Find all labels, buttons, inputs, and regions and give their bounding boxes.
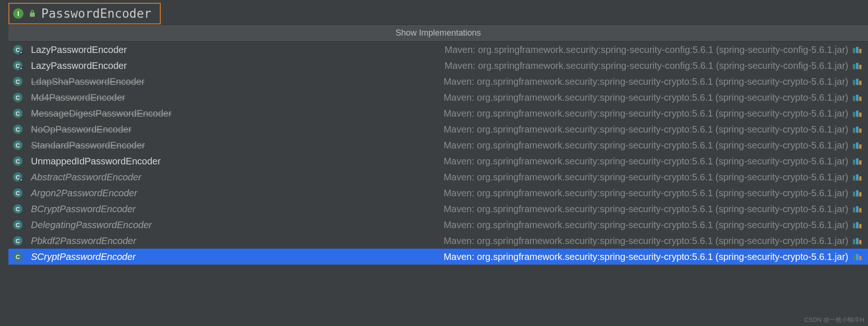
svg-rect-36 (853, 207, 855, 213)
svg-rect-22 (853, 144, 855, 149)
list-item[interactable]: CMessageDigestPasswordEncoderMaven: org.… (8, 105, 868, 121)
implementations-popup: Show Implementations CLazyPasswordEncode… (8, 24, 868, 326)
svg-rect-15 (859, 96, 861, 101)
svg-rect-14 (856, 95, 859, 101)
class-location: Maven: org.springframework.security:spri… (443, 204, 851, 215)
class-icon: C (13, 204, 31, 214)
class-icon: C (13, 188, 31, 198)
class-icon: C (13, 141, 31, 150)
library-icon (851, 93, 863, 102)
library-icon (851, 189, 863, 197)
svg-rect-38 (859, 208, 861, 212)
list-item[interactable]: CArgon2PasswordEncoderMaven: org.springf… (8, 185, 868, 201)
class-location: Maven: org.springframework.security:spri… (443, 156, 851, 167)
class-name: LazyPasswordEncoder (31, 44, 127, 55)
library-icon (851, 237, 863, 245)
lock-icon (28, 9, 37, 18)
svg-point-6 (20, 67, 22, 70)
svg-rect-31 (856, 174, 859, 180)
class-location: Maven: org.springframework.security:spri… (445, 60, 851, 71)
class-icon: C (13, 125, 31, 134)
class-name: LdapShaPasswordEncoder (31, 76, 144, 87)
library-icon (851, 45, 863, 54)
svg-rect-18 (859, 112, 861, 117)
library-icon (851, 125, 863, 133)
svg-rect-24 (859, 144, 861, 148)
list-item[interactable]: CSCryptPasswordEncoderMaven: org.springf… (8, 249, 868, 265)
class-icon: C (13, 93, 31, 102)
class-location: Maven: org.springframework.security:spri… (443, 220, 851, 230)
class-icon: C (13, 220, 31, 230)
library-icon (851, 77, 863, 86)
list-item[interactable]: CPbkdf2PasswordEncoderMaven: org.springf… (8, 233, 868, 249)
interface-header: I PasswordEncoder (8, 3, 161, 24)
svg-rect-2 (853, 48, 855, 53)
static-inner-class-icon (19, 66, 23, 71)
svg-rect-4 (859, 49, 861, 53)
list-item[interactable]: CDelegatingPasswordEncoderMaven: org.spr… (8, 217, 868, 233)
list-item[interactable]: CAbstractPasswordEncoderMaven: org.sprin… (8, 169, 868, 185)
library-icon (851, 61, 863, 70)
svg-rect-26 (856, 158, 859, 164)
class-location: Maven: org.springframework.security:spri… (443, 92, 851, 103)
class-name: Pbkdf2PasswordEncoder (31, 236, 136, 246)
svg-rect-19 (853, 128, 855, 133)
class-location: Maven: org.springframework.security:spri… (443, 76, 851, 87)
svg-rect-21 (859, 128, 861, 133)
svg-rect-39 (853, 223, 855, 229)
interface-name: PasswordEncoder (41, 7, 151, 21)
svg-rect-34 (856, 190, 859, 196)
class-location: Maven: org.springframework.security:spri… (443, 108, 851, 119)
class-icon: C (13, 77, 31, 86)
library-icon (851, 109, 863, 118)
implementations-list[interactable]: CLazyPasswordEncoderMaven: org.springfra… (8, 42, 868, 326)
class-icon: C (13, 236, 31, 245)
list-item[interactable]: CUnmappedIdPasswordEncoderMaven: org.spr… (8, 153, 868, 169)
svg-rect-47 (859, 256, 861, 260)
svg-rect-3 (856, 47, 859, 53)
library-icon (851, 157, 863, 165)
svg-rect-40 (856, 222, 859, 228)
class-name: BCryptPasswordEncoder (31, 204, 135, 215)
svg-rect-32 (859, 176, 861, 180)
svg-point-29 (20, 179, 22, 181)
class-location: Maven: org.springframework.security:spri… (443, 172, 851, 183)
class-icon: C (13, 252, 31, 261)
static-inner-class-icon (19, 50, 23, 55)
svg-rect-17 (856, 111, 859, 117)
class-name: StandardPasswordEncoder (31, 140, 145, 151)
class-location: Maven: org.springframework.security:spri… (443, 252, 851, 262)
list-item[interactable]: CNoOpPasswordEncoderMaven: org.springfra… (8, 121, 868, 137)
svg-rect-11 (856, 79, 859, 85)
list-item[interactable]: CMd4PasswordEncoderMaven: org.springfram… (8, 89, 868, 105)
svg-rect-30 (853, 176, 855, 181)
svg-rect-10 (853, 80, 855, 85)
class-name: AbstractPasswordEncoder (31, 172, 142, 183)
svg-point-1 (20, 52, 22, 54)
svg-rect-42 (853, 239, 855, 244)
class-name: Argon2PasswordEncoder (31, 188, 137, 199)
class-name: DelegatingPasswordEncoder (31, 220, 152, 230)
class-location: Maven: org.springframework.security:spri… (443, 236, 851, 246)
svg-rect-13 (853, 96, 855, 101)
svg-rect-43 (856, 238, 859, 244)
list-item[interactable]: CLdapShaPasswordEncoderMaven: org.spring… (8, 74, 868, 89)
class-location: Maven: org.springframework.security:spri… (443, 140, 851, 151)
watermark: CSDN @一枚小蜗牛H (804, 316, 864, 324)
svg-rect-25 (853, 160, 855, 165)
class-location: Maven: org.springframework.security:spri… (443, 188, 851, 199)
list-item[interactable]: CBCryptPasswordEncoderMaven: org.springf… (8, 201, 868, 217)
svg-rect-35 (859, 192, 861, 196)
class-name: NoOpPasswordEncoder (31, 124, 132, 135)
svg-rect-7 (853, 64, 855, 69)
svg-rect-20 (856, 126, 859, 133)
list-item[interactable]: CLazyPasswordEncoderMaven: org.springfra… (8, 58, 868, 74)
library-icon (851, 252, 863, 261)
svg-rect-45 (853, 255, 855, 260)
library-icon (851, 221, 863, 229)
list-item[interactable]: CStandardPasswordEncoderMaven: org.sprin… (8, 137, 868, 153)
list-item[interactable]: CLazyPasswordEncoderMaven: org.springfra… (8, 42, 868, 58)
class-icon: C (13, 45, 31, 54)
svg-rect-46 (856, 254, 859, 260)
class-name: UnmappedIdPasswordEncoder (31, 156, 161, 167)
